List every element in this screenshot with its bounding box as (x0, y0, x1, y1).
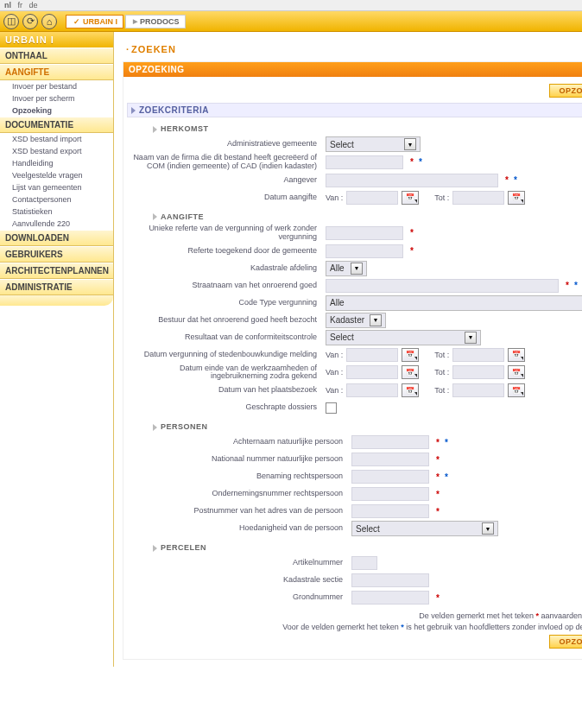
label-datum-einde: Datum einde van de werkzaamheden of inge… (127, 364, 326, 382)
sidebar-item-xsd-export[interactable]: XSD bestand export (0, 145, 113, 157)
lang-nl[interactable]: nl (4, 1, 11, 9)
sidebar-item-handleiding[interactable]: Handleiding (0, 157, 113, 169)
criteria-bar[interactable]: ZOEKCRITERIA (127, 103, 582, 117)
case-insensitive-icon: * (514, 175, 517, 185)
input-unieke-ref[interactable] (326, 226, 403, 240)
required-icon: * (436, 438, 440, 447)
van-label: Van : (326, 193, 343, 202)
checkbox-geschrapte[interactable] (326, 402, 337, 414)
sidebar-item-invoer-bestand[interactable]: Invoer per bestand (0, 80, 113, 92)
calendar-icon[interactable]: 📅 (402, 365, 419, 379)
label-geschrapte: Geschrapte dossiers (127, 403, 326, 412)
sidebar-downloaden[interactable]: DOWNLOADEN (0, 230, 113, 246)
calendar-icon[interactable]: 📅 (402, 348, 419, 362)
sidebar-item-xsd-import[interactable]: XSD bestand import (0, 133, 113, 145)
calendar-icon[interactable]: 📅 (508, 348, 525, 362)
label-admin-gemeente: Administratieve gemeente (127, 140, 326, 149)
sidebar-item-faq[interactable]: Veelgestelde vragen (0, 169, 113, 181)
calendar-icon[interactable]: 📅 (508, 383, 525, 397)
required-icon: * (436, 593, 440, 603)
input-straatnaam[interactable] (326, 279, 559, 293)
label-hoedanigheid: Hoedanigheid van de persoon (127, 524, 351, 533)
lang-fr[interactable]: fr (18, 1, 23, 9)
refresh-icon[interactable]: ⟳ (22, 14, 38, 29)
required-icon: * (436, 507, 440, 516)
input-datum-plaats-van[interactable] (346, 383, 398, 397)
required-icon: * (436, 472, 440, 482)
label-datum-aangifte: Datum aangifte (127, 193, 326, 202)
select-code-type[interactable]: Alle▼ (326, 295, 582, 311)
sidebar-documentatie[interactable]: DOCUMENTATIE (0, 117, 113, 133)
label-datum-plaats: Datum van het plaatsbezoek (127, 386, 326, 395)
sidebar-aangifte[interactable]: AANGIFTE (0, 64, 113, 80)
case-insensitive-icon: * (445, 438, 448, 447)
input-postnummer[interactable] (351, 504, 429, 518)
sidebar-item-invoer-scherm[interactable]: Invoer per scherm (0, 92, 113, 104)
calendar-icon[interactable]: 📅 (402, 383, 419, 397)
input-firma[interactable] (326, 155, 403, 169)
select-admin-gemeente[interactable]: Select▼ (326, 136, 421, 152)
sidebar-gebruikers[interactable]: GEBRUIKERS (0, 246, 113, 263)
input-datum-aangifte-van[interactable] (346, 191, 398, 205)
sidebar-item-opzoeking[interactable]: Opzoeking (0, 104, 113, 117)
input-benaming[interactable] (351, 470, 429, 484)
select-bestuur[interactable]: Kadaster▼ (326, 313, 386, 328)
chevron-down-icon: ▼ (370, 314, 382, 326)
select-kad-afdeling[interactable]: Alle▼ (326, 261, 367, 276)
sidebar-item-gemeenten[interactable]: Lijst van gemeenten (0, 181, 113, 193)
input-ref-gemeente[interactable] (326, 244, 403, 258)
toolbar: ◫ ⟳ ⌂ URBAIN I PRODOCS (0, 11, 582, 32)
calendar-icon[interactable]: 📅 (402, 191, 419, 205)
sidebar-onthaal[interactable]: ONTHAAL (0, 47, 113, 64)
sidebar-item-statistieken[interactable]: Statistieken (0, 206, 113, 218)
calendar-icon[interactable]: 📅 (508, 365, 525, 379)
input-aangever[interactable] (326, 174, 498, 187)
label-artikel: Artikelnummer (127, 559, 351, 567)
input-datum-vergunning-van[interactable] (346, 348, 398, 362)
input-artikel[interactable] (351, 556, 377, 570)
sidebar-administratie[interactable]: ADMINISTRATIE (0, 279, 113, 295)
label-straatnaam: Straatnaam van het onroerend goed (127, 282, 326, 290)
input-ondernemings[interactable] (351, 487, 429, 501)
label-sectie: Kadastrale sectie (127, 576, 351, 585)
input-datum-plaats-tot[interactable] (452, 383, 504, 397)
chevron-down-icon: ▼ (465, 332, 477, 344)
label-aangever: Aangever (127, 176, 326, 185)
input-grond[interactable] (351, 591, 429, 605)
panel-header: OPZOEKING (123, 62, 582, 77)
input-datum-aangifte-tot[interactable] (452, 191, 504, 205)
label-resultaat: Resultaat van de conformiteitscontrole (127, 333, 326, 342)
aangifte-head: AANGIFTE (153, 212, 582, 221)
input-achternaam[interactable] (351, 435, 429, 449)
input-datum-einde-tot[interactable] (452, 365, 504, 379)
sidebar-item-aanvullende[interactable]: Aanvullende 220 (0, 218, 113, 230)
input-datum-vergunning-tot[interactable] (452, 348, 504, 362)
footer-note: De velden gemerkt met het teken * aanvaa… (127, 611, 582, 632)
breadcrumb-urbain[interactable]: URBAIN I (66, 15, 123, 28)
label-firma: Naam van de firma die dit bestand heeft … (127, 154, 326, 171)
case-insensitive-icon: * (574, 281, 578, 290)
search-button-top[interactable]: OPZOEKEN (549, 84, 582, 98)
lang-de[interactable]: de (29, 1, 38, 9)
sidebar-architecten[interactable]: ARCHITECTENPLANNEN (0, 263, 113, 279)
calendar-icon[interactable]: 📅 (508, 191, 525, 205)
language-bar: nl fr de (0, 0, 582, 11)
label-unieke-ref: Unieke referte van de vergunning of werk… (127, 225, 326, 242)
input-nationaal[interactable] (351, 453, 429, 466)
home-icon[interactable]: ⌂ (41, 14, 57, 29)
breadcrumb-prodocs[interactable]: PRODOCS (125, 15, 186, 28)
required-icon: * (436, 490, 440, 499)
select-resultaat[interactable]: Select▼ (326, 330, 481, 345)
input-datum-einde-van[interactable] (346, 365, 398, 379)
sidebar-item-contact[interactable]: Contactpersonen (0, 193, 113, 206)
label-postnummer: Postnummer van het adres van de persoon (127, 507, 351, 516)
required-icon: * (436, 455, 440, 465)
search-panel: OPZOEKING OPZOEKEN ZOEKCRITERIA HERKOMST… (123, 61, 582, 660)
herkomst-head: HERKOMST (153, 124, 582, 133)
sidebar-bottom-decor (0, 295, 113, 306)
page-title: ZOEKEN (123, 39, 582, 61)
stop-icon[interactable]: ◫ (3, 14, 19, 29)
input-sectie[interactable] (351, 573, 429, 587)
search-button-bottom[interactable]: OPZOEKEN (549, 635, 582, 649)
select-hoedanigheid[interactable]: Select▼ (351, 521, 498, 536)
